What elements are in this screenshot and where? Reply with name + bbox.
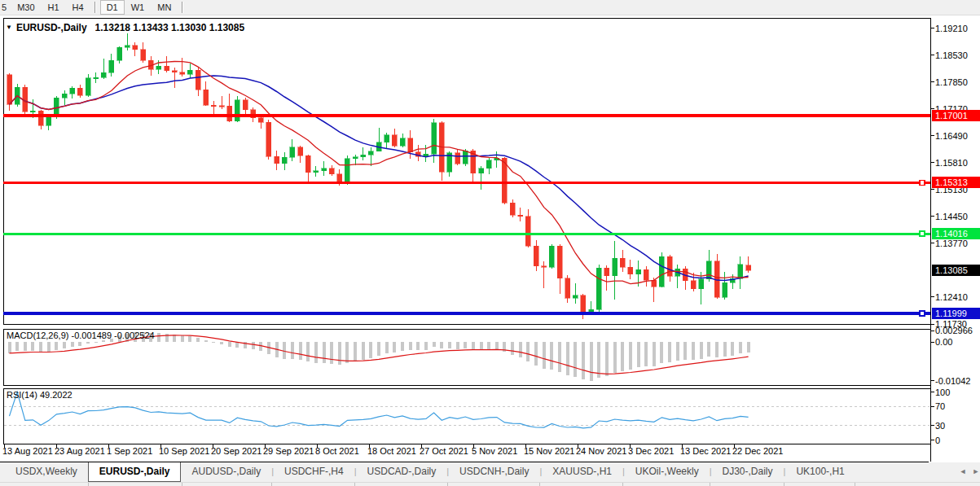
date-axis-label: 1 Sep 2021 — [107, 446, 152, 456]
toolbar-separator — [94, 2, 96, 13]
strip-tick — [710, 483, 710, 486]
price-axis-tick-label: 1.17850 — [935, 77, 968, 87]
rsi-line — [10, 392, 749, 428]
date-axis-label: 24 Nov 2021 — [576, 446, 626, 456]
chart-tab-xauusd-h1[interactable]: XAUUSD-,H1 — [542, 462, 622, 482]
tab-scroll-left-icon[interactable]: ◄ — [958, 466, 968, 476]
date-axis-label: 15 Nov 2021 — [524, 446, 574, 456]
strip-tick — [539, 483, 540, 486]
timeframe-button-h4[interactable]: H4 — [66, 0, 90, 15]
hline-price-label-1.14016: 1.14016 — [932, 228, 980, 239]
ma-slow-line — [10, 76, 749, 280]
strip-tick — [88, 483, 89, 486]
strip-tick — [271, 483, 272, 486]
date-axis-label: 20 Sep 2021 — [211, 446, 261, 456]
macd-axis-label: 0.002966 — [935, 326, 973, 335]
strip-tick — [354, 483, 355, 486]
chart-tab-bar: USDX,WeeklyEURUSD-,DailyAUDUSD-,Daily|US… — [0, 462, 980, 482]
date-axis-label: 29 Sep 2021 — [263, 446, 314, 456]
chart-tab-usdchf-h4[interactable]: USDCHF-,H4 — [274, 462, 354, 482]
date-axis-label: 8 Oct 2021 — [315, 446, 359, 456]
macd-axis-label: -0.01042 — [935, 376, 970, 386]
rsi-axis-label: 100 — [935, 387, 950, 397]
chart-tab-usdcad-daily[interactable]: USDCAD-,Daily — [357, 462, 447, 482]
current-price-label: 1.13085 — [932, 265, 980, 276]
strip-tick — [855, 483, 855, 486]
date-axis-label: 23 Aug 2021 — [55, 446, 105, 456]
ma-fast-line — [10, 62, 749, 284]
tab-scroll-right-icon[interactable]: ► — [971, 466, 980, 476]
date-axis-label: 27 Oct 2021 — [420, 446, 468, 456]
rsi-axis-label: 30 — [935, 421, 945, 431]
chart-tab-usdcnh-daily[interactable]: USDCNH-,Daily — [449, 462, 539, 482]
price-axis-tick-label: 1.12410 — [935, 292, 968, 302]
chevron-down-icon[interactable]: ▼ — [6, 24, 12, 31]
date-axis-label: 13 Dec 2021 — [680, 446, 731, 456]
price-axis-tick-label: 1.18530 — [935, 50, 968, 60]
price-axis-tick-label: 1.14450 — [935, 212, 968, 221]
strip-tick — [622, 483, 623, 486]
toolbar-separator — [182, 2, 183, 13]
hline-price-label-1.17001: 1.17001 — [932, 110, 980, 121]
timeframe-button-w1[interactable]: W1 — [125, 0, 152, 15]
chart-title: ▼EURUSD-,Daily1.13218 1.13433 1.13030 1.… — [6, 22, 244, 33]
chart-symbol-label: EURUSD-,Daily — [16, 22, 87, 33]
date-axis-label: 5 Nov 2021 — [472, 446, 517, 456]
candlestick-series — [7, 33, 751, 319]
chart-tab-eurusd-daily[interactable]: EURUSD-,Daily — [88, 462, 182, 482]
hline-1.14016[interactable] — [3, 231, 930, 236]
macd-indicator-label: MACD(12,26,9) -0.001489 -0.002524 — [7, 331, 155, 340]
price-axis-tick-label: 1.19210 — [935, 24, 968, 33]
axis-ticks — [5, 28, 935, 448]
hline-price-label-1.11999: 1.11999 — [932, 308, 980, 319]
date-axis-label: 10 Sep 2021 — [159, 446, 209, 456]
timeframe-button-m30[interactable]: M30 — [11, 0, 41, 15]
chart-tab-uk100-h1[interactable]: UK100-,H1 — [785, 462, 855, 482]
timeframe-toolbar: 5M30H1H4D1W1MN — [0, 0, 980, 15]
chart-tab-audusd-daily[interactable]: AUDUSD-,Daily — [181, 462, 271, 482]
chart-tab-usdx-weekly[interactable]: USDX,Weekly — [5, 462, 88, 482]
price-axis-tick-label: 1.16490 — [935, 131, 968, 141]
timeframe-button-h1[interactable]: H1 — [42, 0, 66, 15]
macd-axis-label: 0.00 — [935, 337, 952, 347]
tab-bar-bottom-strip — [0, 482, 980, 486]
timeframe-button-5[interactable]: 5 — [0, 0, 11, 15]
hline-1.15313[interactable] — [3, 180, 930, 185]
candlestick-chart[interactable] — [0, 15, 980, 462]
date-axis-label: 22 Dec 2021 — [732, 446, 783, 456]
rsi-axis-label: 0 — [935, 436, 940, 445]
mt4-window: 5M30H1H4D1W1MN ▼EURUSD-,Daily1.13218 1.1… — [0, 0, 980, 486]
timeframe-button-d1[interactable]: D1 — [100, 0, 125, 15]
chart-ohlc-values: 1.13218 1.13433 1.13030 1.13085 — [95, 22, 245, 33]
date-axis-label: 3 Dec 2021 — [628, 446, 674, 456]
timeframe-button-mn[interactable]: MN — [151, 0, 178, 15]
chart-tab-ukoil-weekly[interactable]: UKOil-,Weekly — [625, 462, 710, 482]
price-axis-tick-label: 1.13770 — [935, 239, 968, 248]
chart-window[interactable]: ▼EURUSD-,Daily1.13218 1.13433 1.13030 1.… — [0, 15, 980, 462]
strip-tick — [182, 483, 182, 486]
price-axis-tick-label: 1.15810 — [935, 158, 968, 168]
hline-1.11999[interactable] — [3, 311, 930, 316]
rsi-axis-label: 70 — [935, 401, 945, 411]
date-axis-label: 13 Aug 2021 — [2, 446, 53, 456]
strip-tick — [784, 483, 784, 486]
date-axis-label: 18 Oct 2021 — [367, 446, 416, 456]
chart-tab-dj30-daily[interactable]: DJ30-,Daily — [712, 462, 784, 482]
rsi-indicator-label: RSI(14) 49.2022 — [7, 390, 73, 400]
hline-price-label-1.15313: 1.15313 — [932, 177, 980, 188]
strip-tick — [447, 483, 448, 486]
